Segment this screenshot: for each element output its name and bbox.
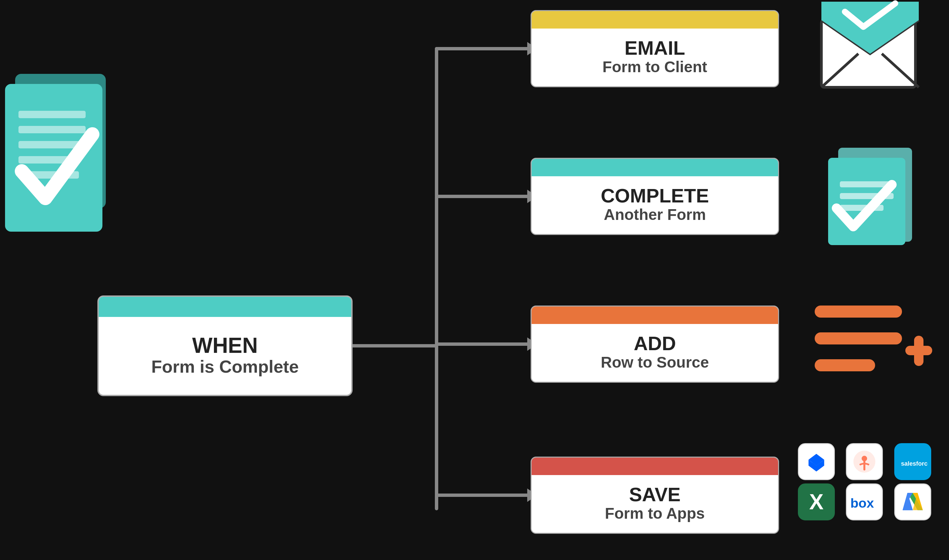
excel-icon: X	[798, 483, 835, 520]
save-apps-icons: salesforce X box	[795, 440, 942, 544]
save-subtitle: Form to Apps	[605, 504, 704, 523]
diagram-container: WHEN Form is Complete EMAIL Form to Clie…	[0, 0, 949, 560]
add-card-header	[532, 306, 778, 324]
complete-card-header	[532, 159, 778, 176]
svg-rect-3	[18, 126, 86, 133]
form-illustration	[5, 67, 116, 265]
when-title: WHEN	[192, 335, 258, 356]
svg-rect-27	[815, 332, 902, 345]
svg-rect-28	[815, 359, 875, 371]
email-card-body: EMAIL Form to Client	[532, 29, 778, 86]
complete-action-card: COMPLETE Another Form	[531, 158, 779, 235]
google-drive-icon	[894, 483, 931, 520]
email-icon	[818, 0, 922, 94]
when-card-body: WHEN Form is Complete	[99, 317, 351, 395]
when-card-header	[99, 297, 351, 317]
cog-icon	[846, 443, 883, 480]
save-card-header	[532, 458, 778, 475]
email-action-card: EMAIL Form to Client	[531, 10, 779, 87]
dropbox-icon	[798, 443, 835, 480]
email-subtitle: Form to Client	[603, 58, 707, 76]
complete-title: COMPLETE	[601, 186, 709, 205]
complete-form-icon	[821, 141, 929, 252]
add-action-card: ADD Row to Source	[531, 306, 779, 383]
svg-rect-26	[815, 306, 902, 318]
svg-rect-2	[18, 111, 86, 118]
when-subtitle: Form is Complete	[151, 356, 298, 377]
svg-rect-22	[828, 158, 905, 245]
add-card-body: ADD Row to Source	[532, 324, 778, 382]
add-subtitle: Row to Source	[601, 353, 709, 372]
save-card-body: SAVE Form to Apps	[532, 475, 778, 533]
complete-card-body: COMPLETE Another Form	[532, 176, 778, 234]
salesforce-icon: salesforce	[894, 443, 931, 480]
add-title: ADD	[634, 334, 676, 353]
email-card-header	[532, 11, 778, 29]
box-icon: box	[846, 483, 883, 520]
email-title: EMAIL	[624, 38, 685, 58]
svg-rect-30	[914, 336, 923, 366]
svg-text:box: box	[851, 495, 874, 510]
svg-text:salesforce: salesforce	[901, 460, 928, 467]
add-row-icon	[815, 295, 935, 386]
when-card: WHEN Form is Complete	[97, 295, 352, 396]
save-action-card: SAVE Form to Apps	[531, 457, 779, 534]
complete-subtitle: Another Form	[604, 205, 706, 224]
save-title: SAVE	[629, 485, 681, 504]
